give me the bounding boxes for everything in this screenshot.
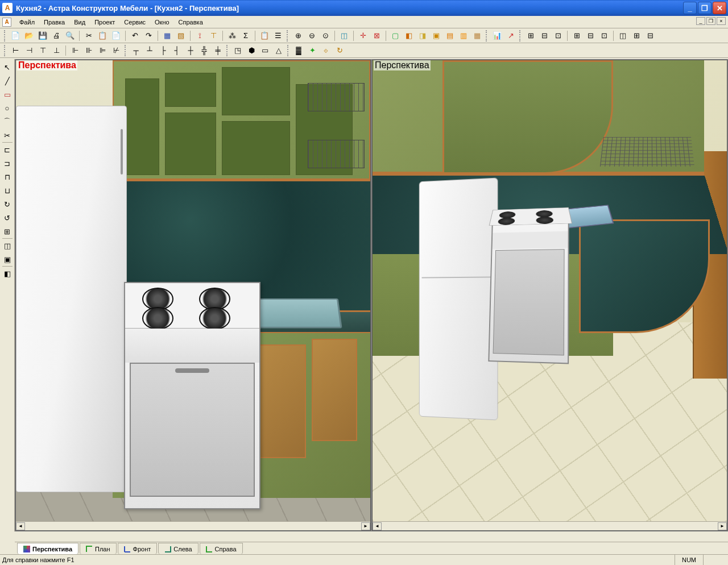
box-tan-button[interactable]: ▦ [471,30,483,42]
diagonal-button[interactable]: ⊠ [370,30,383,42]
copy-button[interactable]: 📋 [96,30,109,42]
layout-3-button[interactable]: ⊡ [552,30,564,42]
align-4-button[interactable]: ⊥ [50,44,63,57]
layout-9-button[interactable]: ⊟ [644,30,656,42]
layout-5-button[interactable]: ⊟ [584,30,597,42]
horizontal-scrollbar[interactable]: ◄ ► [373,521,727,530]
align-3-button[interactable]: ⊤ [36,44,49,57]
circle-tool-button[interactable]: ○ [1,102,14,114]
scroll-left-button[interactable]: ◄ [373,522,382,530]
cross-button[interactable]: ✛ [357,30,369,42]
close-button[interactable]: ✕ [713,2,726,14]
mode-button[interactable]: ↗ [504,30,517,42]
scissor-tool-button[interactable]: ✂ [1,129,14,142]
layout-8-button[interactable]: ⊞ [630,30,643,42]
dist-4-button[interactable]: ⊬ [110,44,122,57]
menu-project[interactable]: Проект [90,17,119,27]
layer-button[interactable]: ▧ [175,30,187,42]
maximize-button[interactable]: ❐ [698,2,712,14]
horizontal-scrollbar[interactable]: ◄ ► [16,521,370,530]
scroll-right-button[interactable]: ► [361,522,370,530]
menu-service[interactable]: Сервис [119,17,150,27]
menu-help[interactable]: Справка [174,17,208,27]
toolbar-grip-icon[interactable] [287,45,290,56]
mdi-app-icon[interactable]: A [2,18,11,27]
line-tool-button[interactable]: ╱ [1,74,14,87]
toolbar-grip-icon[interactable] [486,30,489,41]
prim-box-button[interactable]: ◳ [231,44,244,57]
hierarchy-button[interactable]: ⁂ [226,30,238,42]
layout-1-button[interactable]: ⊞ [524,30,537,42]
mdi-minimize-button[interactable]: _ [696,17,705,25]
toolbar-grip-icon[interactable] [226,45,229,56]
arc-tool-button[interactable]: ⌒ [1,115,14,128]
menu-edit[interactable]: Правка [39,17,69,27]
print-button[interactable]: 🖨 [50,30,63,42]
view-tab-left[interactable]: Слева [158,543,198,554]
toolbar-grip-icon[interactable] [4,45,7,56]
fastener-tool-button[interactable]: ⊤ [207,30,220,42]
mdi-restore-button[interactable]: ❐ [706,17,715,25]
view-tab-right[interactable]: Справа [200,543,243,554]
snap-5-button[interactable]: ┼ [184,44,197,57]
mdi-close-button[interactable]: × [717,17,726,25]
scroll-left-button[interactable]: ◄ [16,522,25,530]
snap-1-button[interactable]: ┬ [130,44,142,57]
render-3-button[interactable]: ⟐ [320,44,332,57]
sum-button[interactable]: Σ [239,30,252,42]
layout-2-button[interactable]: ⊟ [538,30,551,42]
snap-6-button[interactable]: ╬ [198,44,210,57]
viewport-right[interactable]: Перспектива ◄ ► [372,60,727,531]
prim-cyl-button[interactable]: ⬢ [245,44,258,57]
dist-2-button[interactable]: ⊪ [82,44,95,57]
minimize-button[interactable]: _ [683,2,697,14]
grid-button[interactable]: ▦ [161,30,173,42]
box-orange2-button[interactable]: ▥ [457,30,470,42]
snap-7-button[interactable]: ╪ [212,44,224,57]
prim-panel-button[interactable]: ▭ [259,44,271,57]
preview-button[interactable]: 🔍 [64,30,76,42]
snap-4-button[interactable]: ┤ [171,44,183,57]
menu-window[interactable]: Окно [150,17,174,27]
view-tab-plan[interactable]: План [80,543,117,554]
render-4-button[interactable]: ↻ [333,44,346,57]
snap-2-button[interactable]: ┴ [143,44,156,57]
vtool-10-button[interactable]: ⊔ [1,184,14,197]
viewport-left[interactable]: Перспектива ◄ ► [15,60,371,531]
align-2-button[interactable]: ⊣ [23,44,35,57]
vtool-12-button[interactable]: ↺ [1,211,14,224]
toolbar-grip-icon[interactable] [519,30,522,41]
dist-1-button[interactable]: ⊩ [69,44,81,57]
vtool-9-button[interactable]: ⊓ [1,171,14,183]
vtool-16-button[interactable]: ◧ [1,267,14,280]
scroll-right-button[interactable]: ► [718,522,727,530]
cut-button[interactable]: ✂ [82,30,95,42]
view-tab-perspective[interactable]: Перспектива [17,543,78,554]
dist-3-button[interactable]: ⊫ [96,44,109,57]
screw-tool-button[interactable]: ⟟ [193,30,206,42]
toolbar-grip-icon[interactable] [125,45,127,56]
render-2-button[interactable]: ✦ [306,44,318,57]
snap-3-button[interactable]: ├ [157,44,169,57]
pointer-tool-button[interactable]: ↖ [1,61,14,73]
box-green-button[interactable]: ▢ [389,30,402,42]
menu-view[interactable]: Вид [69,17,90,27]
prim-cone-button[interactable]: △ [272,44,285,57]
box-orange-button[interactable]: ▤ [444,30,456,42]
new-button[interactable]: 📄 [9,30,22,42]
vtool-14-button[interactable]: ◫ [1,239,14,252]
box-gold-button[interactable]: ▣ [430,30,442,42]
save-button[interactable]: 💾 [36,30,49,42]
toolbar-grip-icon[interactable] [287,30,289,41]
menu-file[interactable]: Файл [15,17,39,27]
select-box-button[interactable]: ◫ [338,30,350,42]
render-1-button[interactable]: ▓ [292,44,305,57]
view-tab-front[interactable]: Фронт [118,543,158,554]
report-button[interactable]: 📋 [258,30,271,42]
layout-7-button[interactable]: ◫ [617,30,629,42]
undo-button[interactable]: ↶ [129,30,141,42]
vtool-13-button[interactable]: ⊞ [1,225,14,238]
align-1-button[interactable]: ⊢ [9,44,22,57]
vtool-11-button[interactable]: ↻ [1,198,14,210]
vtool-8-button[interactable]: ⊐ [1,157,14,169]
